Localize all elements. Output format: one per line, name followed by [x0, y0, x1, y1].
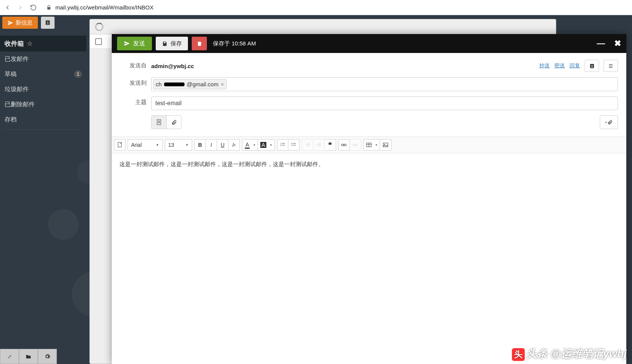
trash-icon	[197, 41, 202, 47]
contacts-button[interactable]	[41, 17, 55, 29]
source-button[interactable]	[114, 139, 125, 151]
font-size-select[interactable]: 13▼	[165, 139, 192, 151]
svg-point-3	[591, 65, 592, 66]
plus-icon: +	[605, 120, 607, 124]
editor-toolbar: Arial▼ 13▼ B I U Ix A▾ A▾ 12 ❝	[112, 137, 626, 153]
editor-body[interactable]: 这是一封测试邮件，这是一封测试邮件，这是一封测试邮件，这是一封测试邮件。	[112, 153, 626, 364]
link-button[interactable]	[338, 139, 350, 151]
subject-input[interactable]	[151, 96, 618, 110]
fullscreen-button[interactable]: ⤢	[0, 349, 19, 364]
compose-header: 发送 保存 保存于 10:58 AM — ✖	[112, 34, 626, 53]
minimize-icon[interactable]: —	[597, 39, 605, 48]
indent-button[interactable]	[313, 139, 325, 151]
compose-window: 发送 保存 保存于 10:58 AM — ✖ 发送自 admin@ywbj.cc	[112, 34, 626, 364]
sidebar-item-inbox[interactable]: 收件箱 ☆	[0, 36, 86, 51]
svg-rect-14	[293, 145, 296, 145]
url-box[interactable]: mail.ywbj.cc/webmail/#/mailbox/INBOX	[42, 2, 628, 13]
attachment-row: +	[151, 115, 618, 129]
send-button[interactable]: 发送	[117, 37, 152, 50]
browser-bar: mail.ywbj.cc/webmail/#/mailbox/INBOX	[0, 0, 632, 15]
sidebar-item-archive[interactable]: 存档	[0, 112, 86, 127]
clear-format-button[interactable]: Ix	[228, 139, 240, 151]
outdent-icon	[305, 142, 310, 148]
bold-button[interactable]: B	[194, 139, 206, 151]
ol-button[interactable]: 12	[277, 139, 288, 151]
ul-button[interactable]	[288, 139, 300, 151]
sidebar-bottom: ⤢	[0, 349, 57, 364]
outdent-button[interactable]	[302, 139, 313, 151]
drafts-badge: 1	[74, 70, 82, 78]
from-address: admin@ywbj.cc	[151, 63, 194, 69]
from-label: 发送自	[120, 60, 147, 69]
subject-row: 主题	[120, 96, 618, 110]
unlink-button[interactable]	[350, 139, 361, 151]
addressbook-button[interactable]	[585, 60, 599, 72]
svg-rect-18	[355, 144, 358, 146]
back-icon[interactable]	[4, 4, 11, 11]
discard-button[interactable]	[192, 37, 207, 50]
svg-rect-17	[353, 144, 355, 146]
add-attachment-button[interactable]: +	[600, 115, 618, 129]
inbox-label: 收件箱	[5, 39, 24, 48]
svg-point-1	[47, 22, 48, 23]
cc-link[interactable]: 抄送	[539, 62, 550, 69]
chevron-down-icon: ▾	[375, 143, 377, 147]
addressbook-icon	[45, 20, 51, 26]
document-icon	[156, 119, 162, 126]
chevron-down-icon: ▾	[253, 143, 255, 147]
chevron-down-icon: ▾	[270, 143, 272, 147]
forward-icon[interactable]	[17, 4, 24, 11]
attach-button[interactable]	[166, 115, 181, 129]
sidebar-item-sent[interactable]: 已发邮件	[0, 51, 86, 67]
folder-icon	[25, 354, 31, 359]
recipient-chip[interactable]: ch@gmail.com ×	[153, 79, 227, 89]
from-row: 发送自 admin@ywbj.cc 抄送 密送 回复 ☰	[120, 60, 618, 72]
font-color-button[interactable]: A▾	[242, 139, 258, 151]
select-all-checkbox[interactable]	[95, 38, 102, 45]
close-icon[interactable]: ✖	[614, 39, 621, 48]
addressbook-icon	[589, 63, 595, 69]
unlink-icon	[352, 143, 358, 147]
loading-icon	[95, 23, 103, 31]
recipient-input[interactable]: ch@gmail.com ×	[151, 77, 618, 91]
svg-rect-4	[157, 120, 161, 124]
image-button[interactable]	[380, 139, 391, 151]
watermark: 头头条 @运维笔记ywbj	[512, 347, 627, 361]
paperclip-icon	[607, 119, 613, 125]
sidebar-item-trash[interactable]: 已删除邮件	[0, 97, 86, 112]
svg-point-11	[291, 143, 292, 144]
body-mode-button[interactable]	[151, 115, 166, 129]
remove-chip-icon[interactable]: ×	[221, 81, 224, 87]
watermark-logo: 头	[512, 348, 525, 361]
reply-to-link[interactable]: 回复	[569, 62, 580, 69]
menu-icon: ☰	[609, 63, 613, 69]
sidebar-item-spam[interactable]: 垃圾邮件	[0, 82, 86, 97]
star-icon: ☆	[27, 40, 33, 48]
send-icon	[8, 20, 13, 26]
link-icon	[341, 143, 347, 147]
table-button[interactable]: ▾	[363, 139, 380, 151]
compose-label: 新信息	[16, 19, 33, 26]
quote-button[interactable]: ❝	[325, 139, 336, 151]
reload-icon[interactable]	[30, 4, 37, 11]
save-button[interactable]: 保存	[156, 37, 188, 50]
folder-button[interactable]	[19, 349, 38, 364]
sidebar-item-drafts[interactable]: 草稿1	[0, 67, 86, 82]
settings-button[interactable]	[38, 349, 57, 364]
bcc-link[interactable]: 密送	[554, 62, 565, 69]
indent-icon	[316, 142, 321, 148]
svg-point-13	[291, 145, 292, 145]
svg-point-6	[120, 143, 121, 144]
bg-color-button[interactable]: A▾	[258, 139, 274, 151]
italic-button[interactable]: I	[206, 139, 217, 151]
lock-icon	[46, 5, 52, 10]
list-ol-icon: 12	[280, 142, 285, 148]
sidebar: 新信息 收件箱 ☆ 已发邮件 草稿1 垃圾邮件 已删除邮件 存档 ⤢	[0, 15, 86, 364]
more-button[interactable]: ☰	[604, 60, 618, 72]
underline-button[interactable]: U	[217, 139, 228, 151]
table-icon	[366, 142, 372, 148]
list-ul-icon	[291, 142, 296, 148]
compose-button[interactable]: 新信息	[2, 17, 38, 29]
font-family-select[interactable]: Arial▼	[128, 139, 163, 151]
svg-rect-20	[383, 143, 388, 147]
